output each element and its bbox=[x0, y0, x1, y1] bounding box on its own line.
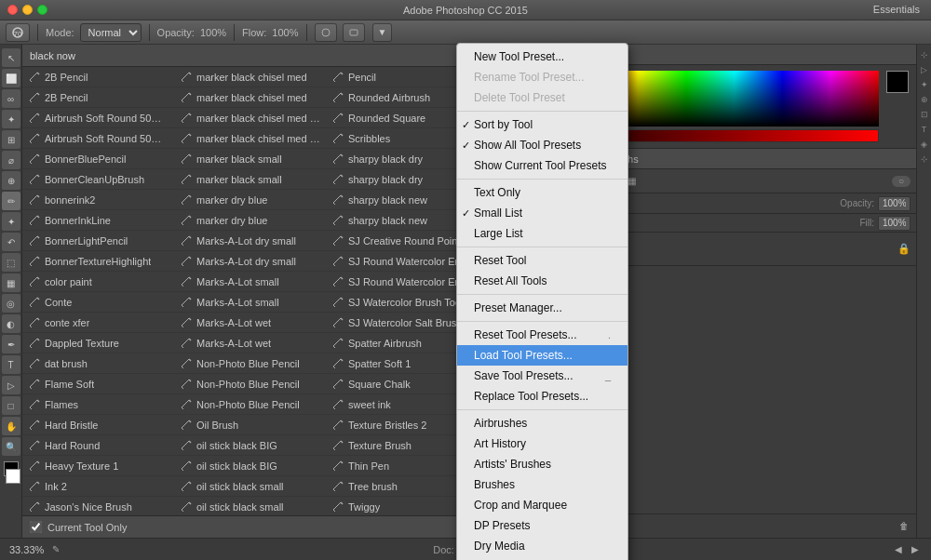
menu-item-show-all-tool-presets[interactable]: Show All Tool Presets bbox=[457, 135, 627, 155]
preset-item[interactable]: Airbrush Soft Round 50% flow bbox=[22, 128, 174, 149]
preset-item[interactable]: Square Chalk bbox=[326, 374, 478, 394]
preset-item[interactable]: Marks-A-Lot dry small bbox=[174, 231, 326, 251]
preset-item[interactable]: sharpy black new bbox=[326, 190, 478, 210]
current-tool-only-checkbox[interactable] bbox=[30, 521, 42, 533]
dodge-tool[interactable]: ◐ bbox=[2, 314, 20, 333]
rt-icon-1[interactable]: ⊹ bbox=[918, 48, 931, 61]
shape-tool[interactable]: □ bbox=[2, 396, 20, 415]
path-selection-tool[interactable]: ▷ bbox=[2, 376, 20, 394]
preset-item[interactable]: SJ Round Watercolor Erodible ... bbox=[326, 272, 478, 292]
preset-item[interactable]: Marks-A-Lot wet bbox=[174, 313, 326, 333]
preset-item[interactable]: Conte bbox=[22, 292, 174, 313]
magic-wand-tool[interactable]: ✦ bbox=[2, 110, 20, 128]
status-btn-2[interactable]: ▶ bbox=[909, 543, 922, 556]
preset-item[interactable]: Flames bbox=[22, 394, 174, 415]
preset-item[interactable]: BonnerInkLine bbox=[22, 210, 174, 231]
brush-tool[interactable]: ✏ bbox=[2, 192, 20, 210]
history-brush-tool[interactable]: ↶ bbox=[2, 233, 20, 251]
minimize-button[interactable] bbox=[22, 5, 33, 15]
preset-item[interactable]: Jason's Nice Brush bbox=[22, 497, 174, 515]
preset-item[interactable]: Oil Brush bbox=[174, 415, 326, 435]
move-tool[interactable]: ↖ bbox=[2, 48, 20, 67]
color-preview[interactable] bbox=[886, 71, 909, 93]
preset-item[interactable]: Marks-A-Lot small bbox=[174, 272, 326, 292]
rt-icon-7[interactable]: ◈ bbox=[918, 138, 931, 151]
preset-item[interactable]: Tree brush bbox=[326, 476, 478, 497]
preset-item[interactable]: Airbrush Soft Round 50% flow bbox=[22, 108, 174, 128]
close-button[interactable] bbox=[7, 5, 18, 15]
preset-item[interactable]: Rounded Airbrush bbox=[326, 87, 478, 108]
menu-item-artists-brushes[interactable]: Artists' Brushes bbox=[457, 454, 627, 474]
preset-item[interactable]: 2B Pencil bbox=[22, 87, 174, 108]
rt-icon-4[interactable]: ⊕ bbox=[918, 93, 931, 106]
preset-item[interactable]: Ink 2 bbox=[22, 476, 174, 497]
airbrush-button[interactable] bbox=[315, 23, 337, 42]
pen-tool[interactable]: ✒ bbox=[2, 335, 20, 353]
preset-item[interactable]: Marks-A-Lot small bbox=[174, 292, 326, 313]
preset-item[interactable]: BonnerLightPencil bbox=[22, 231, 174, 251]
preset-item[interactable]: BonnerCleanUpBrush bbox=[22, 169, 174, 190]
preset-item[interactable]: marker dry blue bbox=[174, 190, 326, 210]
stamp-tool[interactable]: ✦ bbox=[2, 212, 20, 231]
preset-item[interactable]: Texture Brush bbox=[326, 435, 478, 456]
mode-select[interactable]: Normal bbox=[80, 23, 142, 42]
preset-item[interactable]: sharpy black new bbox=[326, 210, 478, 231]
healing-brush-tool[interactable]: ⊕ bbox=[2, 171, 20, 190]
preset-item[interactable]: Marks-A-Lot wet bbox=[174, 333, 326, 353]
preset-item[interactable]: Non-Photo Blue Pencil bbox=[174, 374, 326, 394]
delete-layer-icon[interactable]: 🗑 bbox=[897, 520, 911, 533]
preset-item[interactable]: oil stick black small bbox=[174, 497, 326, 515]
preset-item[interactable]: Twiggy bbox=[326, 497, 478, 515]
blur-tool[interactable]: ◎ bbox=[2, 294, 20, 313]
preset-item[interactable]: SJ Watercolor Salt Brush bbox=[326, 313, 478, 333]
preset-item[interactable]: 2B Pencil bbox=[22, 67, 174, 87]
tool-presets-button[interactable]: ▼ bbox=[372, 23, 393, 42]
crop-tool[interactable]: ⊞ bbox=[2, 130, 20, 149]
preset-item[interactable]: Hard Round bbox=[22, 435, 174, 456]
preset-item[interactable]: marker black chisel med (flipped) bbox=[174, 128, 326, 149]
menu-item-new-tool-preset[interactable]: New Tool Preset... bbox=[457, 47, 627, 67]
tablet-pressure-button[interactable] bbox=[343, 23, 365, 42]
rt-icon-6[interactable]: T bbox=[918, 123, 931, 136]
preset-item[interactable]: marker black chisel med (flipped) bbox=[174, 108, 326, 128]
rt-icon-5[interactable]: ⊡ bbox=[918, 108, 931, 121]
menu-item-reset-all-tools[interactable]: Reset All Tools bbox=[457, 271, 627, 291]
preset-item[interactable]: sweet ink bbox=[326, 394, 478, 415]
menu-item-reset-tool[interactable]: Reset Tool bbox=[457, 250, 627, 271]
preset-item[interactable]: marker black small bbox=[174, 169, 326, 190]
gradient-tool[interactable]: ▦ bbox=[2, 273, 20, 292]
menu-item-replace-tool-presets[interactable]: Replace Tool Presets... bbox=[457, 386, 627, 407]
menu-item-brushes[interactable]: Brushes bbox=[457, 474, 627, 495]
preset-item[interactable]: Scribbles bbox=[326, 128, 478, 149]
rt-icon-3[interactable]: ✦ bbox=[918, 78, 931, 91]
preset-item[interactable]: conte xfer bbox=[22, 313, 174, 333]
menu-item-pencil-brushes[interactable]: Pencil Brushes bbox=[457, 556, 627, 560]
zoom-tool[interactable]: 🔍 bbox=[2, 437, 20, 456]
preset-item[interactable]: oil stick black BIG bbox=[174, 456, 326, 476]
preset-item[interactable]: bonnerink2 bbox=[22, 190, 174, 210]
fill-input[interactable] bbox=[878, 216, 911, 231]
preset-item[interactable]: Spatter Airbrush bbox=[326, 333, 478, 353]
rt-icon-2[interactable]: ▷ bbox=[918, 63, 931, 76]
preset-item[interactable]: oil stick black BIG bbox=[174, 435, 326, 456]
preset-item[interactable]: SJ Creative Round Point Stiff Br... bbox=[326, 231, 478, 251]
preset-item[interactable]: Pencil bbox=[326, 67, 478, 87]
preset-item[interactable]: Flame Soft bbox=[22, 374, 174, 394]
zoom-edit-icon[interactable]: ✎ bbox=[49, 543, 62, 556]
menu-item-airbrushes[interactable]: Airbrushes bbox=[457, 413, 627, 433]
preset-item[interactable]: dat brush bbox=[22, 353, 174, 374]
preset-item[interactable]: sharpy black dry bbox=[326, 169, 478, 190]
preset-item[interactable]: oil stick black small bbox=[174, 476, 326, 497]
eyedropper-tool[interactable]: ⌀ bbox=[2, 151, 20, 169]
menu-item-preset-manager[interactable]: Preset Manager... bbox=[457, 298, 627, 318]
menu-item-save-tool-presets[interactable]: Save Tool Presets..._ bbox=[457, 366, 627, 386]
preset-item[interactable]: SJ Watercolor Brush Tool Roun... bbox=[326, 292, 478, 313]
layers-filter-toggle[interactable]: ○ bbox=[892, 176, 911, 187]
menu-item-dp-presets[interactable]: DP Presets bbox=[457, 515, 627, 536]
preset-item[interactable]: Spatter Soft 1 bbox=[326, 353, 478, 374]
background-color-swatch[interactable] bbox=[6, 469, 20, 484]
maximize-button[interactable] bbox=[37, 5, 47, 15]
status-btn-1[interactable]: ◀ bbox=[892, 543, 905, 556]
opacity-input-layers[interactable] bbox=[878, 196, 911, 211]
preset-item[interactable]: Heavy Texture 1 bbox=[22, 456, 174, 476]
